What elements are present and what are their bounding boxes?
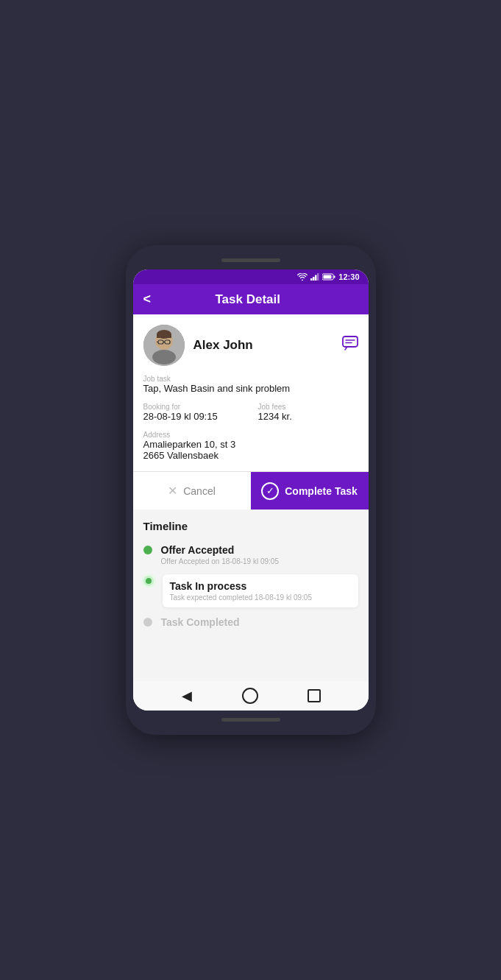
user-info-left: Alex John <box>143 325 253 366</box>
phone-notch-bottom <box>221 718 280 722</box>
dot-active-2 <box>143 576 154 586</box>
user-row: Alex John <box>143 325 358 366</box>
phone-shell: 12:30 < Task Detail <box>126 245 376 735</box>
phone-screen: 12:30 < Task Detail <box>133 269 369 711</box>
dot-col-1 <box>143 544 152 554</box>
header-title: Task Detail <box>138 292 358 307</box>
status-time: 12:30 <box>338 272 359 281</box>
dot-done-1 <box>143 546 152 554</box>
chat-icon[interactable] <box>342 336 358 355</box>
dot-inactive-3 <box>143 618 152 627</box>
status-icons: 12:30 <box>297 272 359 281</box>
nav-home-button[interactable] <box>241 687 259 705</box>
wifi-icon <box>297 273 308 281</box>
nav-back-icon: ◀ <box>182 688 192 704</box>
timeline-section: Timeline Offer Accepted Offer Accepted o… <box>133 510 369 681</box>
timeline-content-2: Task In process Task expected completed … <box>163 574 358 607</box>
timeline-item-completed: Task Completed <box>143 616 358 628</box>
battery-icon <box>322 273 335 281</box>
svg-rect-11 <box>157 334 171 338</box>
timeline-item-offer-accepted: Offer Accepted Offer Accepted on 18-08-1… <box>143 544 358 565</box>
job-fees-col: Job fees 1234 kr. <box>258 400 358 422</box>
timeline-item-title-1: Offer Accepted <box>161 544 358 556</box>
address-field: Address Amalieparken 10, st 3 2665 Valle… <box>143 428 358 461</box>
cancel-x-icon: ✕ <box>168 484 177 498</box>
job-task-label: Job task Tap, Wash Basin and sink proble… <box>143 372 358 394</box>
timeline-item-in-process: Task In process Task expected completed … <box>143 574 358 607</box>
job-task-value: Tap, Wash Basin and sink problem <box>143 383 358 394</box>
cancel-label: Cancel <box>183 485 216 497</box>
timeline-content-3: Task Completed <box>161 616 358 628</box>
cancel-button[interactable]: ✕ Cancel <box>133 472 251 510</box>
phone-notch-top <box>221 258 280 262</box>
svg-rect-5 <box>334 276 335 278</box>
dot-col-3 <box>143 616 152 627</box>
status-bar: 12:30 <box>133 269 369 284</box>
app-header: < Task Detail <box>133 284 369 314</box>
task-card: Alex John Job task Tap, Wash Basin and s… <box>133 314 369 471</box>
svg-rect-3 <box>317 273 319 281</box>
booking-fees-row: Booking for 28-08-19 kl 09:15 Job fees 1… <box>143 400 358 422</box>
action-bar: ✕ Cancel ✓ Complete Task <box>133 471 369 510</box>
phone-nav: ◀ <box>133 681 369 711</box>
timeline-item-subtitle-2: Task expected completed 18-08-19 kl 09:0… <box>170 593 351 602</box>
svg-rect-1 <box>313 277 315 281</box>
timeline-list: Offer Accepted Offer Accepted on 18-08-1… <box>143 544 358 628</box>
avatar <box>143 325 185 366</box>
svg-point-8 <box>152 350 176 364</box>
timeline-item-subtitle-1: Offer Accepted on 18-08-19 kl 09:05 <box>161 557 358 565</box>
svg-rect-6 <box>324 275 332 279</box>
complete-check-icon: ✓ <box>261 482 279 500</box>
back-button[interactable]: < <box>143 292 152 307</box>
nav-back-button[interactable]: ◀ <box>178 687 196 705</box>
address-line1: Amalieparken 10, st 3 <box>143 439 358 450</box>
timeline-item-title-2: Task In process <box>170 580 351 592</box>
signal-icon <box>310 273 319 281</box>
user-name: Alex John <box>193 338 253 353</box>
complete-task-button[interactable]: ✓ Complete Task <box>251 472 369 510</box>
svg-rect-17 <box>343 336 358 347</box>
booking-for-col: Booking for 28-08-19 kl 09:15 <box>143 400 244 422</box>
timeline-content-1: Offer Accepted Offer Accepted on 18-08-1… <box>161 544 358 565</box>
nav-home-icon <box>242 688 258 704</box>
booking-for-value: 28-08-19 kl 09:15 <box>143 411 244 422</box>
timeline-item-title-3: Task Completed <box>161 616 358 628</box>
nav-recents-button[interactable] <box>305 687 323 705</box>
svg-rect-2 <box>315 275 317 281</box>
nav-square-icon <box>308 689 321 702</box>
svg-rect-0 <box>310 278 313 281</box>
job-fees-value: 1234 kr. <box>258 411 358 422</box>
complete-label: Complete Task <box>285 485 358 497</box>
dot-col-2 <box>143 574 154 586</box>
address-line2: 2665 Vallensbaek <box>143 450 358 461</box>
timeline-title: Timeline <box>143 520 358 532</box>
